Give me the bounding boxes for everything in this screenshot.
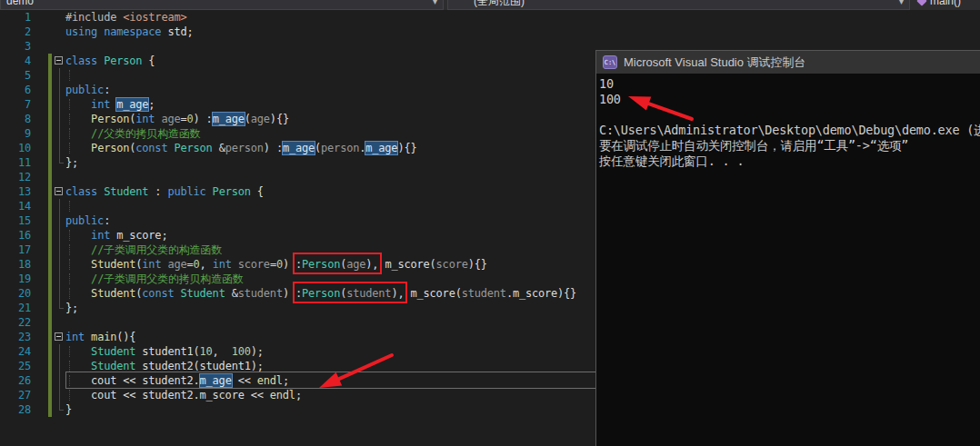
highlighted-symbol: m_age: [213, 113, 245, 125]
line-number: 18: [0, 257, 31, 272]
console-title-bar[interactable]: C:\ Microsoft Visual Studio 调试控制台: [596, 51, 980, 74]
line-number: 25: [0, 359, 31, 373]
highlighted-symbol: m_age: [365, 142, 397, 154]
code-token: main: [91, 331, 116, 343]
console-output[interactable]: 10100C:\Users\Administrator\Desktop\demo…: [596, 74, 980, 169]
code-token: using: [65, 25, 97, 38]
code-token: (: [315, 142, 321, 154]
line-number: 26: [0, 373, 31, 388]
code-token: ){}: [468, 258, 487, 271]
code-token: const: [135, 142, 167, 154]
change-tracking-bar: [48, 170, 52, 184]
code-token: namespace: [104, 25, 161, 38]
change-tracking-bar: [48, 315, 52, 330]
change-tracking-bar: [48, 257, 52, 272]
indent-guide: [69, 346, 70, 357]
code-token: int: [65, 331, 85, 343]
fold-collapse-icon[interactable]: [55, 56, 63, 64]
code-token: =: [187, 258, 194, 271]
method-icon: [916, 0, 926, 6]
highlighted-symbol: m_age: [283, 142, 315, 154]
code-token: ,: [200, 258, 213, 271]
code-token: age: [161, 113, 180, 125]
code-token: int: [91, 229, 110, 242]
outline-guide-line: [59, 228, 60, 243]
code-line-1[interactable]: 1#include <iostream>: [0, 10, 980, 25]
outline-guide-line: [59, 126, 60, 141]
code-token: :: [295, 287, 302, 300]
outline-guide-line: [59, 257, 60, 272]
code-token: 10: [200, 345, 213, 358]
line-number: 7: [0, 97, 31, 112]
code-token: class: [65, 55, 97, 67]
indent-guide: [69, 201, 70, 212]
highlighted-symbol: m_age: [116, 98, 148, 111]
code-token: {: [251, 185, 264, 198]
outline-guide-end: [59, 155, 60, 164]
line-number: 19: [0, 272, 31, 286]
change-tracking-bar: [48, 83, 52, 97]
line-number: 11: [0, 155, 31, 170]
console-line: 100: [599, 92, 980, 107]
code-token: [206, 185, 213, 198]
code-token: public: [65, 84, 104, 96]
code-token: =: [180, 113, 186, 125]
code-token: int: [135, 113, 155, 125]
change-tracking-bar: [48, 112, 52, 126]
change-tracking-bar: [48, 243, 52, 257]
code-token: ,: [213, 345, 232, 358]
code-token: Person: [91, 142, 129, 154]
code-token: ): [283, 258, 295, 271]
code-token: const: [142, 287, 174, 300]
scope-dropdown-label: (全局范围): [474, 0, 525, 9]
debug-console-window[interactable]: C:\ Microsoft Visual Studio 调试控制台 10100C…: [595, 50, 980, 446]
code-token: student1(: [135, 345, 199, 358]
indent-guide: [69, 230, 70, 241]
code-line-2[interactable]: 2using namespace std;: [0, 25, 980, 39]
line-number: 14: [0, 199, 31, 213]
change-tracking-bar: [48, 228, 52, 243]
scope-dropdown[interactable]: (全局范围) ▾: [447, 0, 910, 10]
line-number: 8: [0, 112, 31, 126]
change-tracking-bar: [48, 388, 52, 402]
indent-guide: [69, 259, 70, 270]
change-tracking-bar: [48, 97, 52, 112]
code-token: {: [142, 55, 155, 67]
code-token: };: [65, 156, 78, 169]
change-tracking-bar: [48, 141, 52, 155]
fold-collapse-icon[interactable]: [55, 332, 63, 341]
code-token: Student: [91, 360, 135, 372]
line-number: 17: [0, 243, 31, 257]
code-token: student: [462, 287, 506, 300]
code-token: ){}: [270, 113, 289, 125]
fold-collapse-icon[interactable]: [55, 187, 63, 195]
line-number: 20: [0, 286, 31, 301]
outline-guide-line: [59, 68, 60, 83]
console-line: 10: [599, 76, 980, 92]
change-tracking-bar: [48, 54, 52, 68]
project-dropdown[interactable]: demo ▾: [0, 0, 444, 10]
code-token: ),: [391, 287, 404, 300]
code-token: };: [65, 302, 78, 314]
outline-guide-line: [59, 344, 60, 359]
line-number: 15: [0, 213, 31, 228]
navigation-bar: demo ▾ (全局范围) ▾ main(): [0, 0, 980, 10]
line-number: 3: [0, 39, 31, 54]
console-icon: C:\: [603, 55, 617, 69]
code-token: age: [346, 258, 365, 271]
code-token: public: [65, 214, 104, 227]
outline-guide-line: [59, 359, 60, 373]
member-dropdown[interactable]: main(): [914, 0, 980, 10]
indent-guide: [69, 244, 70, 255]
code-token: int: [142, 258, 161, 271]
annotation-red-box: :Person(student),: [295, 287, 404, 300]
change-tracking-bar: [48, 359, 52, 373]
project-dropdown-label: demo: [6, 0, 34, 7]
change-tracking-bar: [48, 155, 52, 170]
code-token: Student: [91, 258, 135, 271]
line-number: 9: [0, 126, 31, 141]
outline-guide-line: [59, 286, 60, 301]
indent-guide: [69, 99, 70, 110]
indent-guide: [69, 114, 70, 124]
outline-guide-line: [59, 112, 60, 126]
